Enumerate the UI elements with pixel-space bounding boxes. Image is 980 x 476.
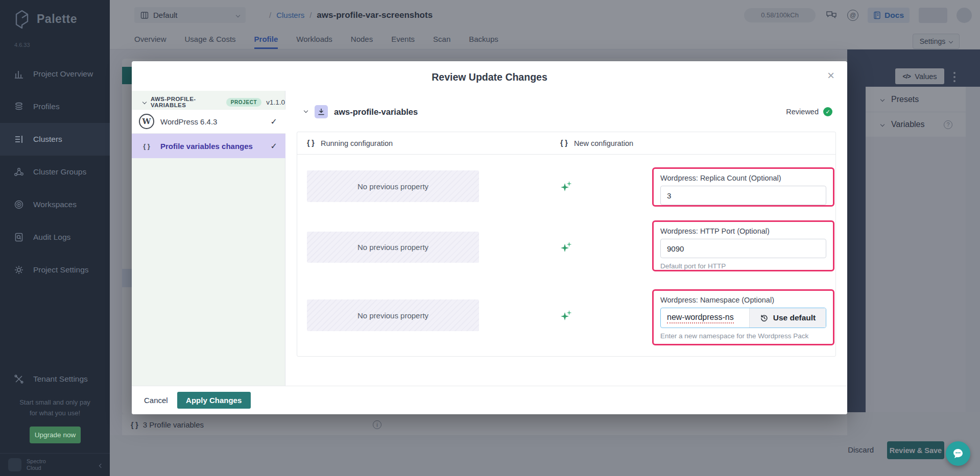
configuration-columns-header: { } Running configuration { } New config… [297,132,835,155]
palette-logo-icon [13,9,31,29]
namespace-value: new-wordpress-ns [667,313,734,323]
sparkle-icon [560,309,572,321]
sidebar-item-label: Cluster Groups [33,167,86,177]
project-scope-badge: PROJECT [226,98,261,107]
sidebar-item-label: Clusters [33,135,62,144]
upgrade-now-button[interactable]: Upgrade now [30,427,81,443]
support-chat-fab[interactable] [946,441,970,466]
spectro-cloud-name: Spectro Cloud [27,458,46,471]
upgrade-promo: Start small and only pay for what you us… [0,397,110,418]
nav-item-wordpress[interactable]: W WordPress 6.4.3 ✓ [132,109,285,134]
chat-bubble-icon [952,447,964,460]
replica-count-input[interactable] [660,186,826,205]
sidebar-item-label: Tenant Settings [33,374,88,384]
cancel-button[interactable]: Cancel [144,396,168,405]
sparkle-icon [560,180,572,192]
pack-collapse-chevron[interactable] [304,109,308,113]
sidebar-collapse-button[interactable] [100,460,103,469]
modal-title: Review Update Changes [132,71,847,83]
profile-nav-panel: AWS-PROFILE-VARIABLES PROJECT v1.1.0 W W… [132,91,285,386]
running-configuration-header: Running configuration [321,139,393,147]
reviewed-status: Reviewed ✓ [786,107,832,116]
bar-chart-icon [13,68,25,80]
check-icon: ✓ [271,141,277,151]
app-version: 4.6.33 [14,42,30,48]
sidebar-item-label: Profiles [33,102,60,111]
brand-name: Palette [37,12,77,26]
sidebar-item-project-settings[interactable]: Project Settings [0,254,110,286]
modal-footer: Cancel Apply Changes [132,386,847,414]
sidebar-footer: Spectro Cloud [0,453,110,476]
nav-item-label: WordPress 6.4.3 [160,117,217,126]
field-label: Wordpress: HTTP Port (Optional) [660,227,826,235]
spectro-cloud-logo [8,458,21,471]
close-icon[interactable]: × [823,67,839,84]
sidebar-item-clusters[interactable]: Clusters [0,123,110,156]
variable-field-namespace: Wordpress: Namespace (Optional) new-word… [652,289,834,345]
list-icon [13,134,25,145]
sidebar-item-profiles[interactable]: Profiles [0,90,110,123]
use-default-button[interactable]: Use default [749,308,826,328]
layers-icon [13,101,25,112]
field-helper-text: Enter a new namespace for the Wordpress … [660,332,826,340]
spectro-line2: Cloud [27,465,41,471]
no-previous-property-box: No previous property [307,170,479,202]
variable-field-http-port: Wordpress: HTTP Port (Optional) Default … [652,220,834,271]
no-previous-property-box: No previous property [307,232,479,263]
sidebar-item-label: Workspaces [33,200,77,209]
sidebar-item-label: Project Settings [33,265,89,274]
tools-icon [13,373,25,385]
profile-version: v1.1.0 [266,98,285,106]
no-previous-property-box: No previous property [307,299,479,331]
review-update-changes-modal: Review Update Changes × AWS-PROFILE-VARI… [132,61,847,414]
palette-logo: Palette [13,9,77,29]
gear-icon [13,264,25,275]
sidebar-item-tenant-settings[interactable]: Tenant Settings [0,363,110,395]
nav-item-label: Profile variables changes [160,142,253,151]
sidebar-item-cluster-groups[interactable]: Cluster Groups [0,156,110,188]
sidebar-tenant-section: Tenant Settings [0,363,110,395]
reviewed-check-icon: ✓ [823,107,832,116]
wordpress-logo-icon: W [139,114,154,129]
namespace-input[interactable]: new-wordpress-ns Use default [660,308,826,328]
reviewed-label: Reviewed [786,108,819,116]
field-label: Wordpress: Namespace (Optional) [660,296,826,304]
promo-line-1: Start small and only pay [0,397,110,408]
http-port-input[interactable] [660,239,826,258]
configuration-diff: { } Running configuration { } New config… [297,132,836,357]
sidebar-item-label: Project Overview [33,69,93,79]
new-configuration-header: New configuration [574,139,633,147]
sidebar-item-workspaces[interactable]: Workspaces [0,188,110,221]
nav-item-profile-variables-changes[interactable]: { } Profile variables changes ✓ [132,134,285,158]
history-icon [760,314,769,322]
braces-icon: { } [307,139,315,147]
check-icon: ✓ [271,117,277,127]
field-helper-text: Default port for HTTP [660,262,826,270]
braces-icon: { } [139,142,154,150]
promo-line-2: for what you use! [0,408,110,418]
sparkle-icon [560,241,572,253]
pack-download-icon [315,105,328,118]
spectro-line1: Spectro [27,458,46,464]
sidebar-nav: Project Overview Profiles Clusters Clust… [0,58,110,286]
braces-icon: { } [560,139,568,147]
pack-name: aws-profile-variables [334,107,418,117]
sidebar: Palette 4.6.33 Project Overview Profiles [0,0,110,476]
apply-changes-button[interactable]: Apply Changes [177,392,251,409]
profile-group-header[interactable]: AWS-PROFILE-VARIABLES PROJECT v1.1.0 [132,95,285,109]
sidebar-item-project-overview[interactable]: Project Overview [0,58,110,90]
variable-field-replica-count: Wordpress: Replica Count (Optional) [652,167,834,207]
profile-name: AWS-PROFILE-VARIABLES [151,96,222,108]
screen: Palette 4.6.33 Project Overview Profiles [0,0,980,476]
field-label: Wordpress: Replica Count (Optional) [660,174,826,182]
audit-log-icon [13,232,25,243]
use-default-label: Use default [773,313,816,322]
target-icon [13,199,25,210]
sidebar-item-label: Audit Logs [33,233,70,242]
nodes-icon [13,166,25,178]
sidebar-item-audit-logs[interactable]: Audit Logs [0,221,110,254]
